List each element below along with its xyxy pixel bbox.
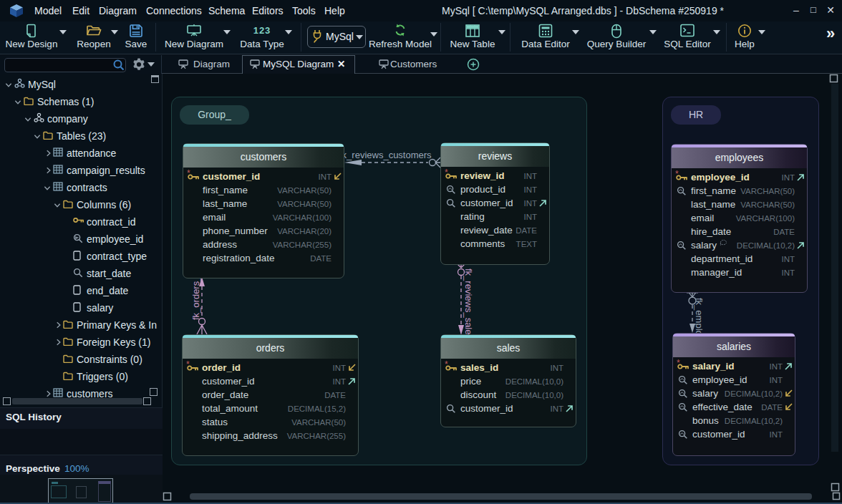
svg-text:fk_reviews_sales: fk_reviews_sales	[463, 268, 474, 339]
svg-text:fk_reviews_customers: fk_reviews_customers	[339, 150, 432, 160]
